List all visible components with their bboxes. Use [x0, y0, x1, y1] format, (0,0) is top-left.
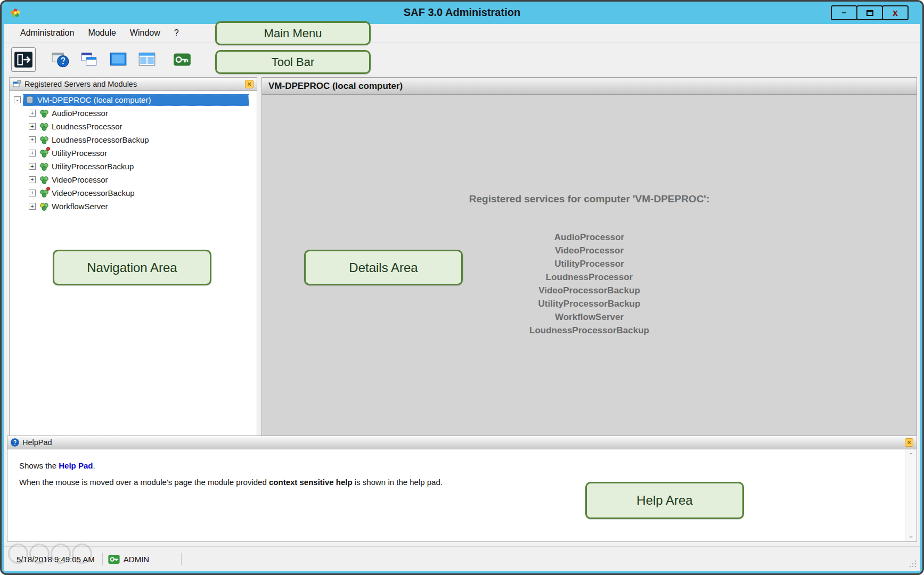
- module-icon: [39, 162, 49, 171]
- alert-badge: [46, 187, 50, 191]
- annotation-main-menu: Main Menu: [215, 21, 371, 45]
- maximize-icon: [866, 10, 873, 16]
- service-item: UtilityProcessorBackup: [262, 297, 917, 310]
- close-button[interactable]: x: [882, 5, 909, 20]
- help-button[interactable]: [48, 47, 73, 72]
- tree-item-audioprocessor[interactable]: + AudioProcessor: [10, 106, 257, 120]
- help-icon: [51, 51, 71, 69]
- service-item: WorkflowServer: [262, 310, 917, 324]
- helppad-content: Shows the Help Pad. When the mouse is mo…: [7, 449, 905, 541]
- tree-item-root[interactable]: - VM-DPEPROC (local computer): [10, 93, 257, 106]
- window-frame: SAF 3.0 Administration – x Administratio…: [0, 0, 924, 575]
- tree-item-label[interactable]: WorkflowServer: [52, 202, 108, 211]
- tree-item-label[interactable]: AudioProcessor: [52, 109, 108, 118]
- permissions-button[interactable]: [170, 47, 194, 72]
- alert-badge: [46, 147, 50, 151]
- key-icon: [172, 51, 192, 69]
- details-heading: Registered services for computer 'VM-DPE…: [262, 193, 917, 205]
- help-line-2: When the mouse is moved over a module's …: [19, 478, 905, 487]
- modules-button[interactable]: [77, 47, 102, 72]
- server-icon: [25, 95, 35, 105]
- exit-button[interactable]: [11, 47, 36, 72]
- module-icon: [39, 188, 49, 198]
- resize-grip[interactable]: [909, 560, 917, 568]
- tile-icon: [137, 51, 157, 69]
- tree-item-label[interactable]: UtilityProcessorBackup: [52, 162, 134, 171]
- server-tree: - VM-DPEPROC (local computer) +: [10, 91, 257, 213]
- module-icon: [39, 109, 49, 118]
- fullscreen-button[interactable]: [106, 47, 130, 72]
- expand-toggle[interactable]: +: [29, 110, 36, 117]
- service-item: LoudnessProcessorBackup: [262, 324, 917, 337]
- module-icon: [39, 122, 49, 132]
- service-item: AudioProcessor: [262, 231, 917, 244]
- tree-item-loudnessprocessor[interactable]: + LoudnessProcessor: [10, 120, 257, 133]
- window-title: SAF 3.0 Administration: [2, 6, 922, 19]
- status-user-label: ADMIN: [124, 555, 149, 564]
- help-pad-link: Help Pad: [59, 461, 93, 470]
- windows-icon: [79, 51, 100, 69]
- admin-key-icon: [108, 555, 120, 564]
- navigation-panel-title: Registered Servers and Modules: [24, 80, 245, 88]
- exit-icon: [13, 51, 34, 69]
- help-line-1: Shows the Help Pad.: [19, 461, 905, 470]
- tree-item-videoprocessorbackup[interactable]: + VideoProcessorBackup: [10, 186, 257, 200]
- scroll-up-icon[interactable]: ⌃: [908, 451, 914, 459]
- navigation-panel-header: Registered Servers and Modules ✕: [10, 78, 257, 91]
- helppad-close-icon[interactable]: ✕: [905, 438, 913, 447]
- service-item: VideoProcessorBackup: [262, 284, 917, 297]
- menu-module[interactable]: Module: [81, 25, 122, 41]
- expand-toggle[interactable]: +: [29, 163, 36, 170]
- menu-bar: Administration Module Window ?: [4, 24, 920, 43]
- module-icon: [39, 202, 49, 211]
- helppad-scrollbar[interactable]: ⌃ ⌄: [905, 449, 917, 541]
- expand-toggle[interactable]: +: [29, 136, 36, 143]
- annotation-navigation-area: Navigation Area: [53, 250, 211, 285]
- expand-toggle[interactable]: +: [29, 176, 36, 183]
- helppad-panel: HelpPad ✕ Shows the Help Pad. When the m…: [7, 436, 917, 542]
- status-bar: 5/18/2018 9:49:05 AM ADMIN: [4, 546, 920, 571]
- tree-item-utilityprocessorbackup[interactable]: + UtilityProcessorBackup: [10, 160, 257, 173]
- tree-item-label[interactable]: VM-DPEPROC (local computer): [37, 95, 151, 104]
- tree-item-label[interactable]: UtilityProcessor: [52, 149, 107, 158]
- module-icon: [39, 135, 49, 145]
- helppad-title: HelpPad: [22, 438, 905, 447]
- collapse-toggle[interactable]: -: [14, 96, 21, 103]
- tile-windows-button[interactable]: [135, 47, 159, 72]
- tree-item-workflowserver[interactable]: + WorkflowServer: [10, 200, 257, 213]
- panel-window-icon: [13, 80, 21, 88]
- scroll-down-icon[interactable]: ⌄: [908, 531, 914, 539]
- annotation-help-area: Help Area: [585, 482, 744, 519]
- screen-icon: [108, 51, 128, 69]
- tree-item-label[interactable]: LoudnessProcessor: [52, 122, 122, 131]
- title-bar[interactable]: SAF 3.0 Administration – x: [2, 2, 922, 24]
- watermark-circles: [8, 544, 93, 564]
- tree-item-label[interactable]: LoudnessProcessorBackup: [52, 135, 149, 144]
- app-window: SAF 3.0 Administration – x Administratio…: [2, 2, 922, 573]
- tree-item-label[interactable]: VideoProcessorBackup: [52, 188, 135, 198]
- maximize-button[interactable]: [856, 5, 883, 20]
- module-icon: [39, 149, 49, 158]
- expand-toggle[interactable]: +: [29, 190, 36, 196]
- module-icon: [39, 175, 49, 185]
- minimize-button[interactable]: –: [831, 5, 857, 20]
- navigation-close-icon[interactable]: ✕: [245, 80, 254, 88]
- details-header: VM-DPEPROC (local computer): [262, 78, 917, 95]
- tool-bar: [4, 43, 920, 76]
- annotation-details-area: Details Area: [304, 250, 463, 285]
- menu-help[interactable]: ?: [167, 25, 186, 41]
- expand-toggle[interactable]: +: [29, 150, 36, 157]
- client-area: Administration Module Window ?: [4, 24, 920, 571]
- annotation-tool-bar: Tool Bar: [215, 50, 371, 74]
- menu-window[interactable]: Window: [123, 25, 167, 41]
- tree-item-utilityprocessor[interactable]: + UtilityProcessor: [10, 146, 257, 160]
- tree-item-videoprocessor[interactable]: + VideoProcessor: [10, 173, 257, 186]
- tree-item-loudnessprocessorbackup[interactable]: + LoudnessProcessorBackup: [10, 133, 257, 146]
- selected-row[interactable]: VM-DPEPROC (local computer): [23, 94, 249, 106]
- helppad-header: HelpPad ✕: [7, 436, 917, 449]
- helppad-icon: [11, 438, 19, 447]
- menu-administration[interactable]: Administration: [13, 25, 81, 41]
- expand-toggle[interactable]: +: [29, 203, 36, 210]
- expand-toggle[interactable]: +: [29, 123, 36, 130]
- tree-item-label[interactable]: VideoProcessor: [52, 175, 108, 184]
